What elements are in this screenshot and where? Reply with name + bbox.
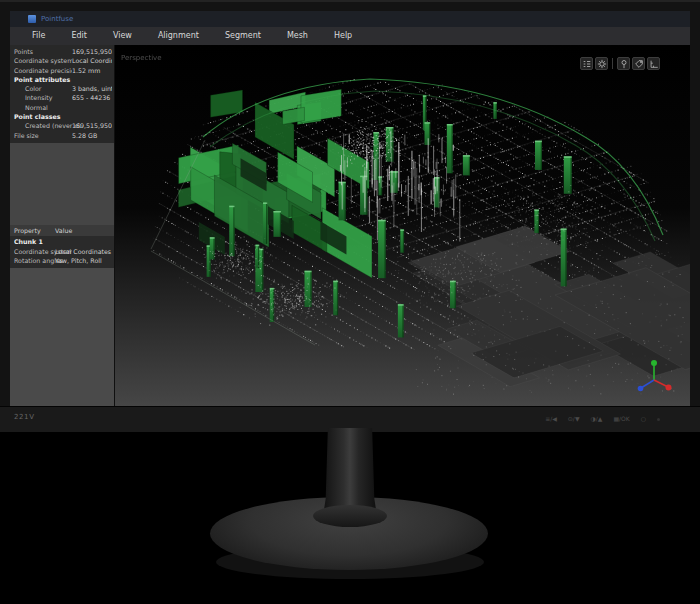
properties-sidebar: Points 169,515,950 Coordinate system Loc… bbox=[10, 45, 115, 406]
monitor-model-label: 221V bbox=[14, 413, 35, 421]
screen: Pointfuse File Edit View Alignment Segme… bbox=[10, 11, 690, 406]
detail-value: Local Coordinates (m) bbox=[55, 247, 112, 257]
property-label: Normal bbox=[14, 103, 81, 112]
osd-label-up: ◑/▲ bbox=[591, 415, 603, 422]
property-row: Normal bbox=[10, 103, 114, 112]
monitor: Pointfuse File Edit View Alignment Segme… bbox=[0, 0, 700, 430]
osd-label-ok: ▦/OK bbox=[613, 415, 629, 422]
layers-icon bbox=[582, 59, 592, 69]
detail-row: Coordinate system Local Coordinates (m) bbox=[10, 247, 114, 257]
menu-item-help[interactable]: Help bbox=[321, 27, 365, 45]
property-section-header: Point classes bbox=[10, 112, 114, 121]
left-axis bbox=[641, 380, 654, 388]
up-axis-ball bbox=[651, 360, 657, 366]
property-label: Intensity bbox=[14, 93, 81, 102]
property-label: Points bbox=[14, 47, 72, 56]
power-led bbox=[657, 418, 660, 421]
property-label: Coordinate precision bbox=[14, 66, 72, 75]
property-section-header: Point attributes bbox=[10, 75, 114, 84]
property-value: 655 - 44236 bbox=[72, 93, 112, 102]
property-value: Local Coordinat... bbox=[72, 56, 112, 65]
chunk-row[interactable]: Chunk 1 bbox=[10, 237, 114, 247]
menu-item-file[interactable]: File bbox=[19, 27, 58, 45]
property-label: Created (never classified) bbox=[14, 121, 81, 130]
property-row: Coordinate precision 1.52 mm bbox=[10, 66, 114, 75]
point-cloud-properties-panel: Points 169,515,950 Coordinate system Loc… bbox=[10, 45, 114, 143]
property-value: 3 bands, uint8 bbox=[72, 84, 112, 93]
pin-icon bbox=[619, 59, 629, 69]
osd-label-down: ⊙/▼ bbox=[568, 415, 580, 422]
property-row: Intensity 655 - 44236 bbox=[10, 93, 114, 102]
osd-label-power: ○ bbox=[641, 415, 646, 422]
menu-item-alignment[interactable]: Alignment bbox=[145, 27, 212, 45]
settings-button[interactable] bbox=[595, 57, 608, 70]
sidebar-spacer bbox=[10, 268, 114, 406]
menu-item-mesh[interactable]: Mesh bbox=[274, 27, 321, 45]
property-value: 169,515,950 bbox=[72, 47, 112, 56]
viewport-toolbar bbox=[580, 57, 660, 70]
property-row: Points 169,515,950 bbox=[10, 47, 114, 56]
details-table-header: Property Value bbox=[10, 225, 114, 236]
projection-mode-label: Perspective bbox=[121, 54, 162, 62]
title-bar: Pointfuse bbox=[10, 11, 690, 27]
monitor-stand-neck bbox=[323, 428, 377, 516]
detail-row: Rotation angles Yaw, Pitch, Roll bbox=[10, 256, 114, 266]
property-row: Color 3 bands, uint8 bbox=[10, 84, 114, 93]
details-header-property: Property bbox=[14, 227, 41, 234]
property-label: Coordinate system bbox=[14, 56, 72, 65]
main-content: Points 169,515,950 Coordinate system Loc… bbox=[10, 45, 690, 406]
sidebar-spacer bbox=[10, 143, 114, 225]
measure-button[interactable] bbox=[647, 57, 660, 70]
viewport-canvas[interactable] bbox=[115, 45, 690, 406]
menu-bar: File Edit View Alignment Segment Mesh He… bbox=[10, 27, 690, 45]
menu-item-segment[interactable]: Segment bbox=[212, 27, 274, 45]
toolbar-separator bbox=[612, 58, 613, 69]
left-axis-ball bbox=[638, 386, 644, 392]
property-label: Point attributes bbox=[14, 75, 109, 84]
property-label: File size bbox=[14, 131, 72, 140]
axis-gizmo[interactable] bbox=[634, 354, 676, 396]
property-value: 169,515,950 bbox=[72, 121, 112, 130]
menu-item-view[interactable]: View bbox=[100, 27, 145, 45]
tag-icon bbox=[634, 59, 644, 69]
app-icon bbox=[28, 15, 36, 23]
measure-icon bbox=[649, 59, 659, 69]
window-title: Pointfuse bbox=[41, 15, 73, 23]
property-row: File size 5.28 GB bbox=[10, 131, 114, 140]
property-row: Created (never classified) 169,515,950 bbox=[10, 121, 114, 130]
detail-value: Yaw, Pitch, Roll bbox=[55, 256, 112, 266]
stage: Pointfuse File Edit View Alignment Segme… bbox=[0, 0, 700, 604]
osd-label-menu-left: ≡/◀ bbox=[545, 415, 557, 422]
right-axis-ball bbox=[666, 385, 672, 391]
right-axis bbox=[654, 380, 668, 387]
details-header-value: Value bbox=[55, 225, 72, 236]
3d-viewport[interactable]: Perspective bbox=[115, 45, 690, 406]
pin-button[interactable] bbox=[617, 57, 630, 70]
property-row: Coordinate system Local Coordinat... bbox=[10, 56, 114, 65]
property-value: 5.28 GB bbox=[72, 131, 112, 140]
menu-item-edit[interactable]: Edit bbox=[58, 27, 100, 45]
tag-button[interactable] bbox=[632, 57, 645, 70]
settings-gear-icon bbox=[597, 59, 607, 69]
layers-button[interactable] bbox=[580, 57, 593, 70]
osd-button-labels: ≡/◀ ⊙/▼ ◑/▲ ▦/OK ○ bbox=[545, 415, 646, 422]
property-value: 1.52 mm bbox=[72, 66, 112, 75]
property-label: Point classes bbox=[14, 112, 109, 121]
monitor-stand-collar bbox=[313, 505, 387, 527]
property-label: Color bbox=[14, 84, 81, 93]
details-panel: Chunk 1 Coordinate system Local Coordina… bbox=[10, 236, 114, 268]
chunk-label: Chunk 1 bbox=[14, 237, 109, 247]
